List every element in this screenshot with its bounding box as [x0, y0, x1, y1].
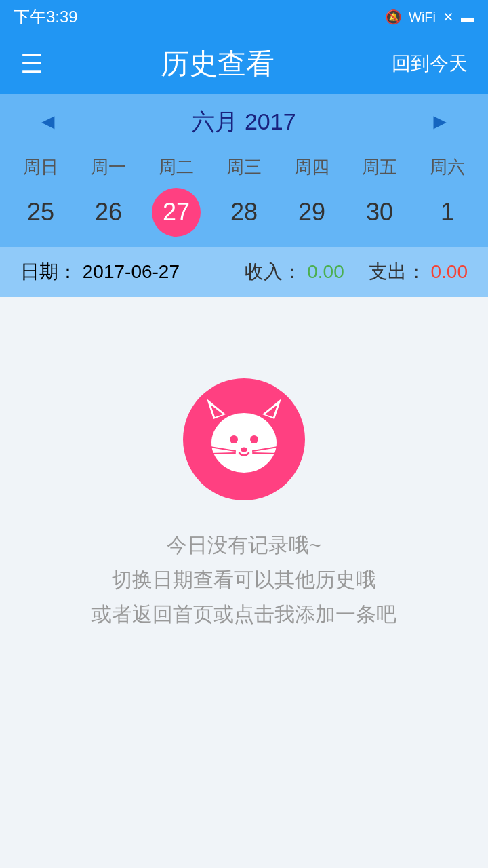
day-27[interactable]: 27	[142, 190, 210, 235]
page-title: 历史查看	[161, 45, 274, 83]
date-display: 日期： 2017-06-27	[20, 259, 180, 285]
month-label: 六月 2017	[192, 106, 296, 138]
expense-value: 0.00	[431, 261, 468, 282]
go-today-button[interactable]: 回到今天	[392, 51, 468, 77]
status-icons: 🔕 WiFi ✕ ▬	[385, 9, 474, 25]
day-29[interactable]: 29	[278, 190, 346, 235]
next-month-button[interactable]: ►	[419, 106, 461, 138]
day-28[interactable]: 28	[210, 190, 278, 235]
weekday-tue: 周二	[142, 150, 210, 184]
day-26[interactable]: 26	[75, 190, 142, 235]
weekday-sat: 周六	[413, 150, 481, 184]
mute-icon: 🔕	[385, 9, 402, 25]
date-label: 日期：	[20, 261, 77, 282]
wifi-icon: WiFi	[409, 9, 436, 25]
day-30[interactable]: 30	[346, 190, 413, 235]
prev-month-button[interactable]: ◄	[27, 106, 69, 138]
svg-line-11	[253, 453, 278, 454]
weekday-fri: 周五	[346, 150, 413, 184]
weekday-wed: 周三	[210, 150, 278, 184]
empty-line-3: 或者返回首页或点击我添加一条吧	[92, 597, 396, 631]
info-bar: 日期： 2017-06-27 收入： 0.00 支出： 0.00	[0, 247, 488, 297]
status-time: 下午3:39	[14, 6, 78, 28]
weekday-mon: 周一	[75, 150, 142, 184]
svg-line-9	[210, 453, 235, 454]
income-value: 0.00	[307, 261, 344, 282]
empty-state: 今日没有记录哦~ 切换日期查看可以其他历史哦 或者返回首页或点击我添加一条吧	[0, 297, 488, 672]
empty-line-2: 切换日期查看可以其他历史哦	[92, 562, 396, 597]
expense-display: 支出： 0.00	[369, 259, 468, 285]
svg-point-0	[211, 413, 277, 473]
svg-point-5	[230, 435, 238, 443]
weekday-sun: 周日	[7, 150, 75, 184]
finance-summary: 收入： 0.00 支出： 0.00	[245, 259, 468, 285]
menu-button[interactable]: ☰	[20, 49, 43, 79]
empty-message: 今日没有记录哦~ 切换日期查看可以其他历史哦 或者返回首页或点击我添加一条吧	[92, 528, 396, 631]
weekdays-header: 周日 周一 周二 周三 周四 周五 周六	[0, 150, 488, 184]
day-25[interactable]: 25	[7, 190, 75, 235]
income-label: 收入：	[245, 261, 302, 282]
calendar-section: ◄ 六月 2017 ► 周日 周一 周二 周三 周四 周五 周六 25 26 2…	[0, 94, 488, 297]
toolbar: ☰ 历史查看 回到今天	[0, 34, 488, 94]
expense-label: 支出：	[369, 261, 426, 282]
empty-line-1: 今日没有记录哦~	[92, 528, 396, 562]
sim-icon: ✕	[443, 9, 454, 25]
cat-icon	[200, 395, 288, 484]
svg-point-6	[250, 435, 258, 443]
date-value: 2017-06-27	[83, 261, 180, 282]
battery-icon: ▬	[461, 9, 474, 25]
month-nav: ◄ 六月 2017 ►	[0, 94, 488, 150]
day-1[interactable]: 1	[413, 190, 481, 235]
status-bar: 下午3:39 🔕 WiFi ✕ ▬	[0, 0, 488, 34]
income-display: 收入： 0.00	[245, 259, 344, 285]
cat-mascot[interactable]	[183, 378, 305, 500]
weekday-thu: 周四	[278, 150, 346, 184]
days-row: 25 26 27 28 29 30 1	[0, 190, 488, 247]
svg-point-7	[241, 448, 247, 452]
